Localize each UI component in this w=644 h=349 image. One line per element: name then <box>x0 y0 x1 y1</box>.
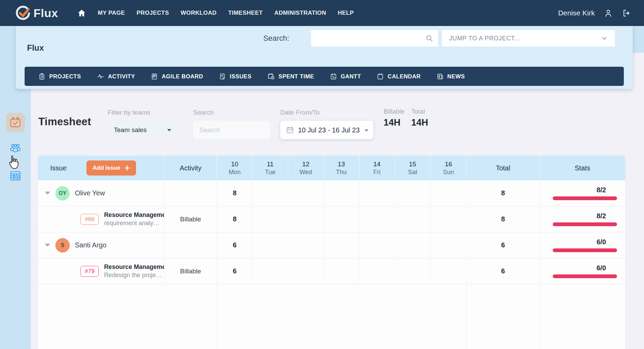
avatar: S <box>55 238 70 253</box>
subnav-calendar[interactable]: CALENDAR <box>377 73 421 80</box>
stats-value: 6/0 <box>553 264 617 272</box>
date-range-label: Date From/To <box>280 109 320 116</box>
total-label: Total <box>411 108 425 115</box>
issue-header-cell: Issue Add Issue <box>38 156 164 180</box>
stats-value: 8/2 <box>553 212 617 220</box>
sidebar-item-timesheet[interactable] <box>6 113 25 132</box>
collapse-caret-icon[interactable] <box>45 244 50 247</box>
project-subnav: PROJECTS ACTIVITY AGILE <box>25 67 624 86</box>
chevron-down-icon <box>601 35 615 42</box>
subnav-gantt-label: GANTT <box>341 73 361 80</box>
activity-header-cell: Activity <box>164 156 217 180</box>
jump-to-project-placeholder: JUMP TO A PROJECT... <box>442 35 601 42</box>
panel-search-row: Search: JUMP TO A PROJECT... <box>16 30 633 47</box>
calendar-icon <box>377 73 384 80</box>
subnav-calendar-label: CALENDAR <box>388 73 421 80</box>
issue-id-badge[interactable]: #66 <box>80 214 99 225</box>
nav-projects[interactable]: PROJECTS <box>137 10 169 16</box>
table-row-issue[interactable]: #79 Resource Management Redesign the pro… <box>38 258 625 284</box>
global-search-box <box>311 30 438 47</box>
filter-search-box <box>193 121 270 139</box>
search-icon <box>425 34 438 42</box>
gantt-icon <box>330 73 337 80</box>
collapse-caret-icon[interactable] <box>45 192 50 195</box>
agile-board-icon <box>151 73 158 80</box>
news-icon <box>437 73 444 80</box>
hours-mon: 6 <box>233 267 237 275</box>
subnav-projects-label: PROJECTS <box>49 73 81 80</box>
stats-value: 6/0 <box>553 238 617 246</box>
subnav-gantt[interactable]: GANTT <box>330 73 361 80</box>
mouse-cursor <box>8 155 20 171</box>
stats-cell: 8/2 <box>540 206 625 232</box>
table-row-person[interactable]: S Santi Argo 6 6 6/0 <box>38 232 625 258</box>
subnav-activity-label: ACTIVITY <box>108 73 135 80</box>
timesheet-filters: Timesheet Filter by teams Team sales Sea… <box>31 106 644 156</box>
filter-search-input[interactable] <box>193 126 284 134</box>
user-profile-icon[interactable] <box>604 9 613 18</box>
stats-cell: 6/0 <box>540 232 625 258</box>
nav-administration[interactable]: ADMINISTRATION <box>274 10 326 16</box>
logout-icon[interactable] <box>622 9 631 18</box>
day-header-mon: 10Mon <box>217 156 253 180</box>
caret-down-icon <box>364 129 368 132</box>
day-header-sun: 16Sun <box>431 156 467 180</box>
global-search-input[interactable] <box>311 30 425 47</box>
subnav-issues[interactable]: ISSUES <box>219 73 252 80</box>
day-header-wed: 12Wed <box>288 156 324 180</box>
subnav-projects[interactable]: PROJECTS <box>38 73 81 80</box>
day-header-sat: 15Sat <box>395 156 431 180</box>
stats-cell: 6/0 <box>540 258 625 284</box>
flux-logo[interactable]: Flux <box>15 5 58 21</box>
issue-id-badge[interactable]: #79 <box>80 266 99 277</box>
timesheet-table: Issue Add Issue Activity 10Mon 11Tue 12W… <box>38 156 626 349</box>
jump-to-project-select[interactable]: JUMP TO A PROJECT... <box>442 30 615 47</box>
teams-icon <box>9 142 22 154</box>
subnav-agile-board[interactable]: AGILE BOARD <box>151 73 203 80</box>
nav-my-page[interactable]: MY PAGE <box>98 10 125 16</box>
top-nav-items: MY PAGE PROJECTS WORKLOAD TIMESHEET ADMI… <box>98 10 354 16</box>
nav-workload[interactable]: WORKLOAD <box>180 10 216 16</box>
flux-logo-icon <box>15 5 31 21</box>
date-range-value: 10 Jul 23 - 16 Jul 23 <box>298 126 360 134</box>
stats-cell: 8/2 <box>540 180 625 206</box>
stats-header-cell: Stats <box>540 156 625 180</box>
add-issue-button[interactable]: Add Issue <box>86 160 136 176</box>
hours-mon: 6 <box>233 241 237 249</box>
issue-header-label: Issue <box>50 164 67 172</box>
issues-icon <box>219 73 226 80</box>
nav-help[interactable]: HELP <box>338 10 354 16</box>
issue-title: Resource Management <box>104 211 164 219</box>
subnav-spent-time[interactable]: SPENT TIME <box>267 73 314 80</box>
team-filter-select[interactable]: Team sales <box>108 121 177 139</box>
spent-time-icon <box>267 73 275 80</box>
stats-bar <box>553 248 617 252</box>
filter-teams-label: Filter by teams <box>108 109 150 116</box>
date-range-picker[interactable]: 10 Jul 23 - 16 Jul 23 <box>280 121 373 139</box>
subnav-activity[interactable]: ACTIVITY <box>97 73 135 80</box>
subnav-news-label: NEWS <box>447 73 465 80</box>
activity-header-label: Activity <box>180 164 201 172</box>
table-row-person[interactable]: OY Olive Yew 8 8 8/2 <box>38 180 625 206</box>
stats-value: 8/2 <box>553 186 617 194</box>
add-issue-label: Add Issue <box>93 165 120 171</box>
total-value: 14H <box>411 117 428 128</box>
subnav-agile-board-label: AGILE BOARD <box>162 73 203 80</box>
day-header-fri: 14Fri <box>359 156 395 180</box>
calendar-icon <box>286 126 294 134</box>
row-total: 6 <box>501 241 505 249</box>
top-navbar: Flux MY PAGE PROJECTS WORKLOAD TIMESHEET… <box>0 0 644 26</box>
subnav-news[interactable]: NEWS <box>437 73 465 80</box>
day-header-thu: 13Thu <box>324 156 359 180</box>
table-row-issue[interactable]: #66 Resource Management requirement anal… <box>38 206 625 232</box>
home-icon[interactable] <box>77 9 86 17</box>
sidebar-item-teams[interactable] <box>9 142 22 154</box>
activity-value: Billable <box>180 268 201 275</box>
subnav-issues-label: ISSUES <box>230 73 252 80</box>
caret-down-icon <box>167 129 171 131</box>
nav-timesheet[interactable]: TIMESHEET <box>228 10 263 16</box>
issue-subtitle: Redesign the proje… <box>104 272 164 279</box>
activity-value: Billable <box>180 216 201 223</box>
sidebar-item-report[interactable] <box>9 170 22 182</box>
table-empty-area <box>38 284 625 349</box>
